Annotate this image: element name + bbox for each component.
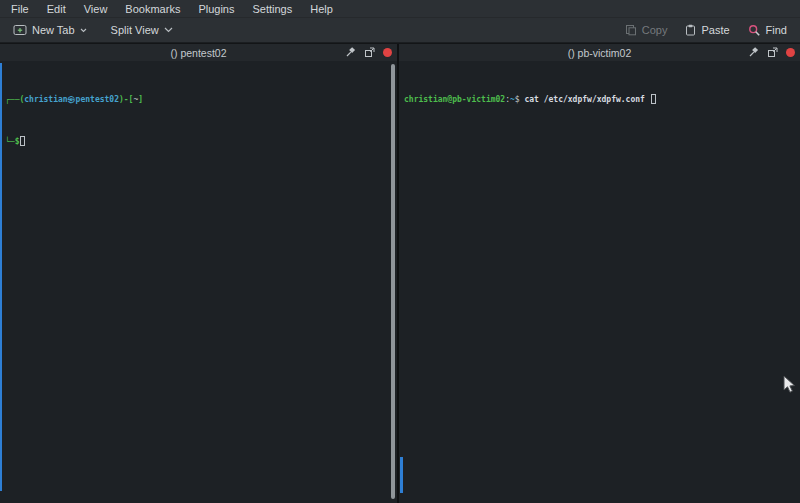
pane-header-actions (345, 44, 392, 61)
menu-item-plugins[interactable]: Plugins (189, 1, 243, 17)
paste-label: Paste (701, 24, 729, 36)
new-tab-label: New Tab (32, 24, 75, 36)
toolbar-right-group: Copy Paste Find (618, 21, 794, 40)
terminal-screen-pb-victim02[interactable]: christian@pb-victim02:~$ cat /etc/xdpfw/… (399, 61, 800, 503)
toolbar: New Tab Split View Copy (0, 18, 800, 43)
copy-button[interactable]: Copy (618, 21, 675, 39)
konsole-window: File Edit View Bookmarks Plugins Setting… (0, 0, 800, 503)
pin-icon[interactable] (748, 47, 759, 58)
prompt-dollar: $ (515, 95, 525, 104)
copy-label: Copy (642, 24, 668, 36)
close-circle-icon[interactable] (786, 48, 795, 57)
pane-header-pentest02[interactable]: () pentest02 (0, 44, 397, 61)
terminal-line: christian@pb-victim02:~$ cat /etc/xdpfw/… (404, 93, 796, 107)
menu-item-view[interactable]: View (75, 1, 117, 17)
menu-item-settings[interactable]: Settings (243, 1, 301, 17)
prompt-frame: ┌──( (5, 95, 24, 104)
terminal-pane-pb-victim02: () pb-victim02 (399, 44, 800, 503)
pane-header-actions (748, 44, 795, 61)
menu-item-edit[interactable]: Edit (38, 1, 75, 17)
pane-header-pb-victim02[interactable]: () pb-victim02 (399, 44, 800, 61)
prompt-frame: └─$ (5, 137, 19, 146)
prompt-userhost: christian@pb-victim02 (404, 95, 505, 104)
scrollbar-thumb[interactable] (400, 457, 403, 493)
menu-item-help[interactable]: Help (301, 1, 342, 17)
prompt-frame: ] (138, 95, 143, 104)
search-icon (748, 24, 761, 37)
menu-item-file[interactable]: File (2, 1, 38, 17)
scrollbar-thumb[interactable] (391, 64, 395, 499)
terminal-pane-pentest02: () pentest02 (0, 44, 397, 503)
pane-title: () pb-victim02 (568, 47, 632, 59)
prompt-userhost: christian㉿pentest02 (24, 95, 119, 104)
close-circle-icon[interactable] (383, 48, 392, 57)
split-view-label: Split View (111, 24, 159, 36)
copy-icon (625, 24, 637, 36)
menubar: File Edit View Bookmarks Plugins Setting… (0, 0, 800, 18)
paste-icon (685, 24, 696, 36)
terminal-line: ┌──(christian㉿pentest02)-[~] (5, 93, 393, 107)
menu-item-bookmarks[interactable]: Bookmarks (116, 1, 189, 17)
paste-button[interactable]: Paste (678, 21, 736, 39)
typed-command: cat /etc/xdpfw/xdpfw.conf (524, 95, 649, 104)
chevron-down-icon (164, 27, 173, 33)
detach-icon[interactable] (767, 47, 778, 58)
new-tab-icon (13, 24, 27, 36)
new-tab-button[interactable]: New Tab (6, 21, 94, 39)
split-container: () pentest02 (0, 44, 800, 503)
chevron-down-icon (80, 28, 87, 33)
pin-icon[interactable] (345, 47, 356, 58)
split-view-button[interactable]: Split View (104, 21, 180, 39)
detach-icon[interactable] (364, 47, 375, 58)
text-cursor (20, 136, 25, 146)
terminal-screen-pentest02[interactable]: ┌──(christian㉿pentest02)-[~] └─$ (0, 61, 397, 503)
terminal-line: └─$ (5, 135, 393, 149)
mouse-cursor (783, 375, 796, 398)
active-pane-indicator (0, 63, 2, 491)
find-button[interactable]: Find (741, 21, 794, 40)
pane-title: () pentest02 (170, 47, 226, 59)
find-label: Find (766, 24, 787, 36)
prompt-frame: )-[ (119, 95, 133, 104)
text-cursor (651, 94, 656, 104)
